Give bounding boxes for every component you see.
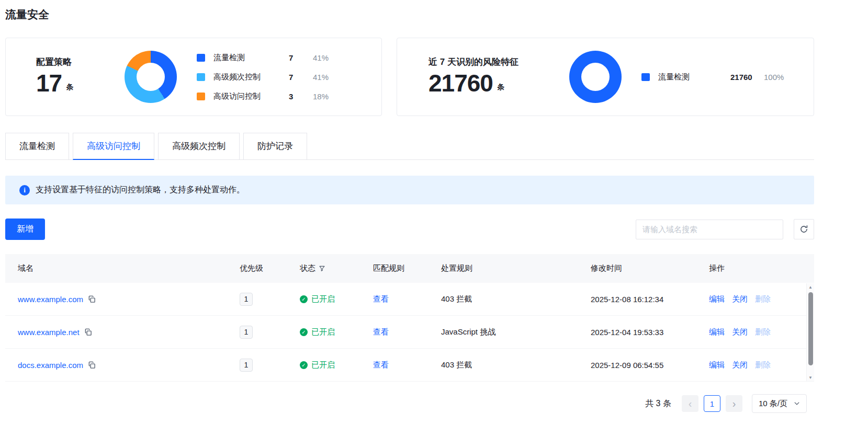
risk-stat: 近 7 天识别的风险特征 21760 条 (429, 56, 569, 98)
edit-link[interactable]: 编辑 (709, 360, 725, 370)
prev-page-button[interactable]: ‹ (682, 395, 698, 412)
chevron-down-icon (794, 400, 800, 407)
legend-percent: 100% (764, 73, 784, 82)
match-rules-cell: 查看 (373, 327, 441, 337)
legend-item: 流量检测 21760 100% (641, 67, 784, 87)
scrollbar-thumb[interactable] (808, 292, 813, 365)
table-scrollbar[interactable]: ▲ ▼ (806, 283, 814, 381)
header-match-rules: 匹配规则 (373, 263, 441, 273)
operations-cell: 编辑 关闭 删除 (709, 294, 814, 304)
edit-link[interactable]: 编辑 (709, 294, 725, 304)
domain-cell: docs.example.com (5, 361, 240, 370)
domain-link[interactable]: www.example.net (18, 328, 80, 337)
legend-label: 流量检测 (658, 72, 730, 82)
status-badge: ✓ 已开启 (300, 294, 335, 304)
check-circle-icon: ✓ (300, 295, 308, 303)
close-link[interactable]: 关闭 (732, 294, 748, 304)
tab-traffic-detection[interactable]: 流量检测 (5, 133, 69, 160)
legend-count: 7 (289, 73, 313, 82)
status-text: 已开启 (311, 327, 335, 337)
header-priority: 优先级 (240, 263, 300, 273)
scroll-down-icon[interactable]: ▼ (808, 374, 813, 381)
table-toolbar: 新增 (5, 218, 814, 240)
priority-cell: 1 (240, 293, 300, 306)
legend-count: 21760 (730, 73, 764, 82)
summary-cards: 配置策略 17 条 流量检测 7 41% 高级频次控制 7 41 (5, 38, 868, 116)
status-text: 已开启 (311, 360, 335, 370)
status-cell: ✓ 已开启 (300, 360, 373, 370)
risk-summary-card: 近 7 天识别的风险特征 21760 条 流量检测 21760 100% (397, 38, 814, 116)
info-banner: i 支持设置基于特征的访问控制策略，支持多种处置动作。 (5, 176, 814, 204)
add-button[interactable]: 新增 (5, 218, 45, 240)
priority-cell: 1 (240, 326, 300, 339)
action-rule-cell: 403 拦截 (441, 294, 591, 304)
modified-time-cell: 2025-12-04 19:53:33 (591, 328, 709, 337)
policy-legend: 流量检测 7 41% 高级频次控制 7 41% 高级访问控制 3 18% (197, 48, 329, 106)
operations-cell: 编辑 关闭 删除 (709, 360, 814, 370)
match-rules-cell: 查看 (373, 360, 441, 370)
tab-advanced-access-control[interactable]: 高级访问控制 (73, 133, 154, 160)
scroll-up-icon[interactable]: ▲ (808, 283, 813, 291)
refresh-button[interactable] (794, 219, 814, 239)
action-rule-cell: 403 拦截 (441, 360, 591, 370)
policy-donut-chart (125, 51, 177, 103)
refresh-icon (799, 225, 808, 234)
modified-time-cell: 2025-12-09 06:54:55 (591, 361, 709, 370)
view-rules-link[interactable]: 查看 (373, 327, 389, 337)
info-banner-text: 支持设置基于特征的访问控制策略，支持多种处置动作。 (36, 185, 245, 196)
policy-card-title: 配置策略 (36, 56, 125, 68)
check-circle-icon: ✓ (300, 361, 308, 369)
delete-link[interactable]: 删除 (755, 327, 771, 337)
edit-link[interactable]: 编辑 (709, 327, 725, 337)
risk-count: 21760 条 (429, 69, 569, 98)
copy-icon[interactable] (84, 328, 92, 336)
view-rules-link[interactable]: 查看 (373, 360, 389, 370)
copy-icon[interactable] (88, 361, 96, 369)
pagination-total: 共 3 条 (645, 398, 671, 409)
policy-count: 17 条 (36, 69, 125, 98)
policy-stat: 配置策略 17 条 (36, 56, 125, 98)
status-badge: ✓ 已开启 (300, 360, 335, 370)
page-title: 流量安全 (5, 7, 868, 22)
pagination: 共 3 条 ‹ 1 › 10 条/页 (5, 394, 814, 413)
domain-link[interactable]: www.example.com (18, 295, 83, 304)
header-action-rules: 处置规则 (441, 263, 591, 273)
tab-bar: 流量检测 高级访问控制 高级频次控制 防护记录 (5, 133, 814, 160)
table-row: www.example.net 1 ✓ 已开启 查看 JavaScript 挑战… (5, 316, 814, 349)
close-link[interactable]: 关闭 (732, 360, 748, 370)
table-header-row: 域名 优先级 状态 匹配规则 处置规则 修改时间 操作 (5, 254, 814, 283)
header-operations: 操作 (709, 263, 814, 273)
status-filter-icon[interactable] (319, 265, 325, 272)
policy-table: 域名 优先级 状态 匹配规则 处置规则 修改时间 操作 www.example.… (5, 254, 814, 382)
legend-swatch (197, 73, 205, 81)
copy-icon[interactable] (88, 295, 96, 303)
tab-advanced-rate-control[interactable]: 高级频次控制 (158, 133, 240, 160)
page-size-select[interactable]: 10 条/页 (752, 394, 807, 413)
header-status: 状态 (300, 263, 373, 273)
chevron-left-icon: ‹ (689, 398, 692, 410)
delete-link[interactable]: 删除 (755, 360, 771, 370)
status-cell: ✓ 已开启 (300, 294, 373, 304)
risk-card-title: 近 7 天识别的风险特征 (429, 56, 569, 68)
operations-cell: 编辑 关闭 删除 (709, 327, 814, 337)
next-page-button[interactable]: › (726, 395, 742, 412)
domain-cell: www.example.com (5, 295, 240, 304)
risk-legend: 流量检测 21760 100% (641, 67, 784, 87)
legend-count: 3 (289, 92, 313, 101)
domain-link[interactable]: docs.example.com (18, 361, 83, 370)
risk-count-number: 21760 (429, 69, 493, 98)
legend-swatch (197, 93, 205, 100)
table-row: docs.example.com 1 ✓ 已开启 查看 403 拦截 2025-… (5, 349, 814, 382)
tab-protection-records[interactable]: 防护记录 (243, 133, 307, 160)
view-rules-link[interactable]: 查看 (373, 294, 389, 304)
domain-search-input[interactable] (642, 225, 776, 234)
priority-badge: 1 (240, 293, 253, 306)
policy-summary-card: 配置策略 17 条 流量检测 7 41% 高级频次控制 7 41 (5, 38, 382, 116)
domain-search-box[interactable] (636, 220, 783, 239)
close-link[interactable]: 关闭 (732, 327, 748, 337)
check-circle-icon: ✓ (300, 328, 308, 336)
delete-link[interactable]: 删除 (755, 294, 771, 304)
table-row: www.example.com 1 ✓ 已开启 查看 403 拦截 2025-1… (5, 283, 814, 316)
page-number-1[interactable]: 1 (704, 395, 720, 412)
modified-time-cell: 2025-12-08 16:12:34 (591, 295, 709, 304)
